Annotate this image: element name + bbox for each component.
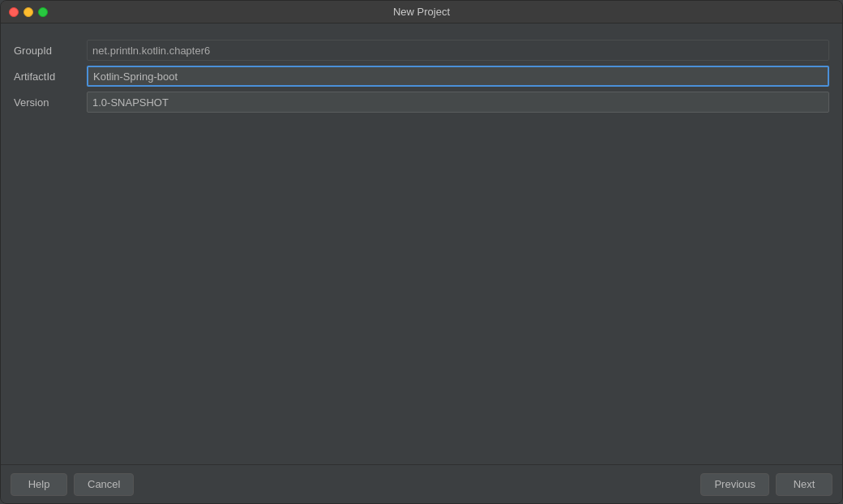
version-label: Version: [14, 96, 87, 109]
version-row: Version: [14, 92, 829, 113]
bottom-bar-left: Help Cancel: [11, 473, 134, 496]
minimize-button[interactable]: [24, 7, 33, 17]
new-project-window: New Project GroupId ArtifactId Version: [0, 0, 843, 504]
groupid-row: GroupId: [14, 40, 829, 61]
artifactid-row: ArtifactId: [14, 66, 829, 87]
maximize-button[interactable]: [38, 7, 48, 17]
help-button[interactable]: Help: [11, 473, 67, 496]
bottom-bar-right: Previous Next: [700, 473, 832, 496]
bottom-bar: Help Cancel Previous Next: [1, 464, 842, 503]
cancel-button[interactable]: Cancel: [74, 473, 134, 496]
groupid-label: GroupId: [14, 45, 87, 57]
groupid-input[interactable]: [87, 40, 829, 61]
close-button[interactable]: [9, 7, 19, 17]
next-button[interactable]: Next: [776, 473, 832, 496]
version-input[interactable]: [87, 92, 829, 113]
previous-button[interactable]: Previous: [700, 473, 769, 496]
artifactid-label: ArtifactId: [14, 70, 87, 83]
window-title: New Project: [393, 6, 450, 18]
title-bar: New Project: [1, 1, 842, 23]
main-content: GroupId ArtifactId Version: [1, 23, 842, 464]
project-form: GroupId ArtifactId Version: [14, 40, 829, 117]
artifactid-input[interactable]: [87, 66, 829, 87]
window-controls: [9, 7, 48, 17]
